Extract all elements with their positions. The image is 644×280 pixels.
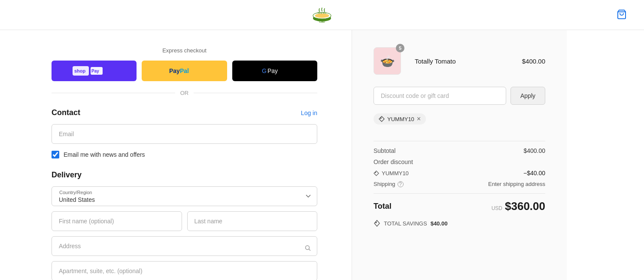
last-name-field[interactable]: [187, 211, 318, 231]
svg-text:Soup Man: Soup Man: [318, 12, 327, 14]
header: Gino Soup Man: [0, 0, 644, 30]
applied-discount-tag: YUMMY10 ×: [374, 113, 426, 125]
total-amount: $360.00: [505, 200, 545, 213]
address-wrap: [52, 236, 317, 261]
product-row: 🍲 5 Totally Tomato $400.00: [374, 47, 545, 75]
savings-icon: [374, 220, 380, 227]
product-name: Totally Tomato: [415, 58, 456, 65]
delivery-title: Delivery: [52, 170, 317, 180]
shipping-label: Shipping: [374, 181, 395, 187]
first-name-field[interactable]: [52, 211, 182, 231]
newsletter-row: Email me with news and offers: [52, 151, 317, 158]
log-in-link[interactable]: Log in: [301, 110, 317, 116]
gpay-button[interactable]: G Pay: [232, 61, 317, 81]
left-panel: Express checkout shop Pay Pay Pal G: [0, 30, 352, 280]
total-amount-wrap: USD $360.00: [492, 200, 545, 213]
order-discount-label-row: Order discount: [374, 158, 545, 165]
total-currency: USD: [492, 205, 502, 211]
contact-header: Contact Log in: [52, 108, 317, 117]
logo: Gino Soup Man: [309, 5, 335, 24]
express-buttons: shop Pay Pay Pal G Pay: [52, 61, 317, 81]
discount-remove-button[interactable]: ×: [417, 116, 421, 122]
cart-icon[interactable]: [617, 9, 627, 21]
right-panel: 🍲 5 Totally Tomato $400.00 Apply YUMMY10…: [352, 30, 567, 280]
divider-or: OR: [52, 90, 317, 96]
shipping-value: Enter shipping address: [488, 181, 545, 187]
subtotal-label: Subtotal: [374, 147, 395, 154]
svg-point-16: [380, 118, 381, 119]
express-checkout-label: Express checkout: [52, 47, 317, 54]
svg-point-18: [376, 222, 377, 223]
discount-input-row: Apply: [374, 87, 545, 105]
subtotal-amount: $400.00: [523, 147, 545, 154]
savings-amount: $40.00: [431, 220, 448, 227]
apply-button[interactable]: Apply: [510, 87, 545, 105]
discount-code-input[interactable]: [374, 87, 506, 105]
paypal-button[interactable]: Pay Pal: [142, 61, 227, 81]
product-quantity-badge: 5: [396, 44, 404, 52]
svg-text:shop: shop: [74, 68, 86, 73]
address-field[interactable]: [52, 236, 317, 256]
shipping-info-icon: ?: [398, 181, 404, 187]
subtotal-row: Subtotal $400.00: [374, 147, 545, 154]
savings-row: TOTAL SAVINGS $40.00: [374, 220, 545, 227]
country-select[interactable]: United States: [52, 186, 317, 206]
svg-text:Pay: Pay: [267, 67, 278, 74]
total-label: Total: [374, 202, 392, 211]
divider-1: [374, 141, 545, 141]
svg-point-17: [375, 172, 376, 173]
svg-text:Pay: Pay: [169, 67, 180, 74]
total-row: Total USD $360.00: [374, 200, 545, 213]
newsletter-checkbox[interactable]: [52, 151, 59, 158]
main-layout: Express checkout shop Pay Pay Pal G: [0, 30, 644, 280]
product-image: 🍲: [374, 47, 401, 75]
discount-code-label: YUMMY10: [374, 170, 409, 177]
shipping-row: Shipping ? Enter shipping address: [374, 181, 545, 187]
order-discount-label: Order discount: [374, 158, 413, 165]
apt-field[interactable]: [52, 261, 317, 280]
name-row: [52, 211, 317, 236]
discount-code-row: YUMMY10 −$40.00: [374, 170, 545, 177]
savings-label: TOTAL SAVINGS: [384, 220, 427, 227]
discount-code-display: YUMMY10: [382, 170, 409, 177]
svg-text:Pay: Pay: [91, 69, 99, 73]
country-select-wrap: Country/Region United States: [52, 186, 317, 206]
svg-text:Gino: Gino: [319, 21, 325, 23]
product-image-wrap: 🍲 5: [374, 47, 401, 75]
tag-icon-small: [374, 170, 379, 176]
applied-code-text: YUMMY10: [387, 116, 414, 122]
svg-text:G: G: [262, 67, 267, 74]
delivery-section: Delivery Country/Region United States: [52, 170, 317, 280]
email-field[interactable]: [52, 124, 317, 144]
newsletter-label: Email me with news and offers: [64, 151, 145, 158]
tag-icon: [379, 116, 385, 122]
svg-text:Pal: Pal: [180, 67, 189, 74]
contact-title: Contact: [52, 108, 80, 117]
discount-amount: −$40.00: [523, 170, 545, 177]
shop-pay-button[interactable]: shop Pay: [52, 61, 137, 81]
divider-2: [374, 193, 545, 194]
product-price: $400.00: [522, 58, 545, 65]
